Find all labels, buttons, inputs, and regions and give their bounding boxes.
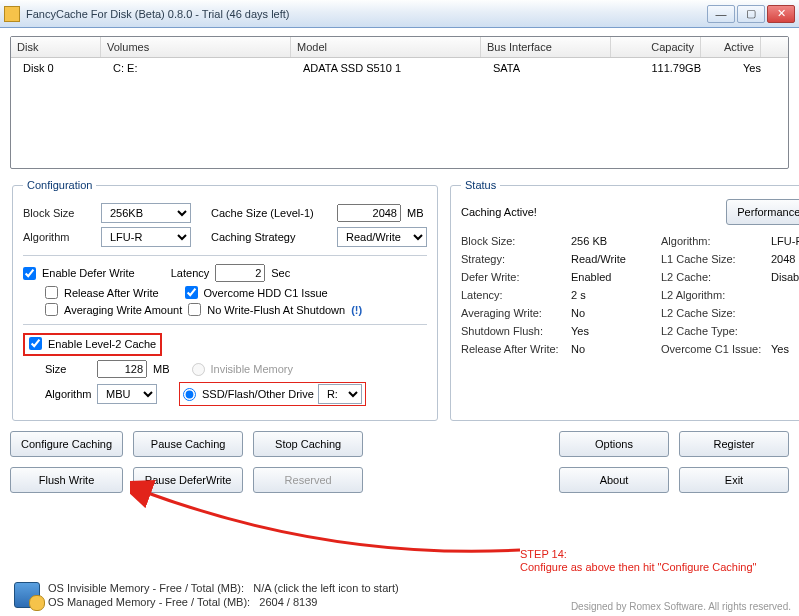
app-icon	[4, 6, 20, 22]
design-credit: Designed by Romex Software. All rights r…	[571, 601, 791, 612]
window-title: FancyCache For Disk (Beta) 0.8.0 - Trial…	[26, 8, 289, 20]
col-volumes[interactable]: Volumes	[101, 37, 291, 57]
about-button[interactable]: About	[559, 467, 669, 493]
ssd-drive-radio[interactable]: SSD/Flash/Other Drive	[183, 388, 314, 401]
col-bus[interactable]: Bus Interface	[481, 37, 611, 57]
stop-caching-button[interactable]: Stop Caching	[253, 431, 363, 457]
caching-strategy-select[interactable]: Read/Write	[337, 227, 427, 247]
configure-caching-button[interactable]: Configure Caching	[10, 431, 123, 457]
maximize-button[interactable]: ▢	[737, 5, 765, 23]
close-button[interactable]: ✕	[767, 5, 795, 23]
configuration-panel: Configuration Block Size 256KB Cache Siz…	[12, 179, 438, 421]
pause-deferwrite-button[interactable]: Pause DeferWrite	[133, 467, 243, 493]
col-active[interactable]: Active	[701, 37, 761, 57]
flush-write-button[interactable]: Flush Write	[10, 467, 123, 493]
averaging-write-checkbox[interactable]: Averaging Write Amount	[45, 303, 182, 316]
col-model[interactable]: Model	[291, 37, 481, 57]
table-row[interactable]: Disk 0 C: E: ADATA SSD S510 1 SATA 111.7…	[11, 58, 788, 78]
drive-letter-select[interactable]: R:	[318, 384, 362, 404]
algorithm-select[interactable]: LFU-R	[101, 227, 191, 247]
register-button[interactable]: Register	[679, 431, 789, 457]
highlight-l2-cache: Enable Level-2 Cache	[23, 333, 162, 356]
enable-l2-cache-checkbox[interactable]: Enable Level-2 Cache	[29, 337, 156, 350]
caching-active-label: Caching Active!	[461, 206, 537, 218]
performance-monitor-button[interactable]: Performance Monitor	[726, 199, 799, 225]
options-button[interactable]: Options	[559, 431, 669, 457]
disk-table: Disk Volumes Model Bus Interface Capacit…	[10, 36, 789, 169]
annotation-step-text: STEP 14: Configure as above then hit "Co…	[520, 548, 770, 574]
status-legend: Status	[461, 179, 500, 191]
l2-algorithm-select[interactable]: MBU	[97, 384, 157, 404]
highlight-ssd-drive: SSD/Flash/Other Drive R:	[179, 382, 366, 406]
latency-input[interactable]	[215, 264, 265, 282]
invisible-memory-radio: Invisible Memory	[192, 363, 294, 376]
col-disk[interactable]: Disk	[11, 37, 101, 57]
memory-icon[interactable]	[14, 582, 40, 608]
enable-defer-write-checkbox[interactable]: Enable Defer Write	[23, 267, 135, 280]
col-capacity[interactable]: Capacity	[611, 37, 701, 57]
overcome-c1-checkbox[interactable]: Overcome HDD C1 Issue	[185, 286, 328, 299]
status-panel: Status Caching Active! Performance Monit…	[450, 179, 799, 421]
config-legend: Configuration	[23, 179, 96, 191]
reserved-button: Reserved	[253, 467, 363, 493]
info-icon[interactable]: (!)	[351, 304, 362, 316]
pause-caching-button[interactable]: Pause Caching	[133, 431, 243, 457]
exit-button[interactable]: Exit	[679, 467, 789, 493]
minimize-button[interactable]: —	[707, 5, 735, 23]
block-size-select[interactable]: 256KB	[101, 203, 191, 223]
cache-size-input[interactable]	[337, 204, 401, 222]
no-flush-shutdown-checkbox[interactable]: No Write-Flush At Shutdown	[188, 303, 345, 316]
l2-size-input[interactable]	[97, 360, 147, 378]
titlebar: FancyCache For Disk (Beta) 0.8.0 - Trial…	[0, 0, 799, 28]
release-after-write-checkbox[interactable]: Release After Write	[45, 286, 159, 299]
